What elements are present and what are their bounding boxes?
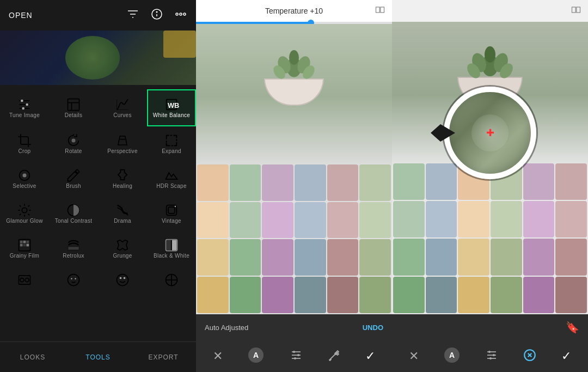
tool-perspective-label: Perspective (107, 148, 138, 155)
svg-rect-21 (167, 136, 177, 146)
svg-rect-40 (27, 241, 29, 243)
svg-text:A: A (449, 351, 455, 359)
svg-rect-12 (68, 99, 79, 111)
tool-crop[interactable]: Crop (0, 126, 49, 161)
right-colorful-tiles (392, 162, 588, 314)
svg-point-73 (297, 354, 299, 356)
tool-black-white[interactable]: Black & White (147, 231, 196, 266)
svg-point-90 (489, 357, 492, 359)
svg-point-50 (68, 275, 79, 286)
tool-face[interactable] (49, 266, 98, 294)
tool-expand[interactable]: Expand (147, 126, 196, 161)
tool-tonal-contrast-label: Tonal Contrast (55, 218, 93, 224)
check-button-right[interactable]: ✓ (561, 349, 571, 363)
tool-brush[interactable]: Brush (49, 161, 98, 196)
filter-icon[interactable] (126, 8, 139, 23)
compare-icon-center[interactable] (375, 4, 385, 17)
tool-row-3: Selective Brush Healing HDR Scape (0, 161, 196, 196)
undo-button[interactable]: UNDO (363, 324, 383, 332)
magnifier: ✚ (444, 87, 536, 179)
tool-vintage-label: Vintage (162, 218, 181, 224)
tool-grunge-label: Grunge (113, 253, 132, 259)
svg-point-49 (25, 278, 29, 282)
tool-circle[interactable] (147, 266, 196, 294)
close-button-right[interactable]: ✕ (409, 349, 419, 363)
svg-point-52 (75, 278, 76, 279)
header-icons (126, 8, 187, 23)
tool-row-2: Crop Rotate Perspective (0, 126, 196, 161)
auto-icon[interactable]: A (247, 346, 265, 366)
tool-grainy-film-label: Grainy Film (10, 253, 39, 259)
svg-point-3 (176, 13, 178, 15)
tune-icon[interactable] (290, 349, 303, 364)
svg-point-19 (72, 139, 76, 143)
center-image (196, 24, 392, 314)
eyedropper-icon[interactable] (328, 349, 341, 364)
cancel-circle-icon[interactable] (523, 348, 537, 364)
info-icon[interactable] (150, 8, 163, 23)
tool-film[interactable] (0, 266, 49, 294)
tool-retrolux[interactable]: Retrolux (49, 231, 98, 266)
tool-details[interactable]: Details (49, 89, 98, 126)
svg-point-23 (23, 174, 27, 178)
nav-export[interactable]: EXPORT (131, 353, 196, 361)
check-button-center[interactable]: ✓ (365, 349, 375, 363)
nav-tools[interactable]: TOOLS (65, 353, 131, 361)
tool-glamour-glow-label: Glamour Glow (6, 218, 43, 224)
auto-adjusted-label: Auto Adjusted (205, 324, 363, 332)
center-panel: Temperature +10 (196, 0, 392, 372)
tool-grainy-film[interactable]: Grainy Film (0, 231, 49, 266)
tool-vintage[interactable]: Vintage (147, 196, 196, 231)
svg-point-55 (124, 277, 126, 279)
tool-tune-image[interactable]: Tune Image (0, 89, 49, 126)
bottom-nav: LOOKS TOOLS EXPORT (0, 341, 196, 372)
tune-icon-right[interactable] (485, 349, 498, 364)
magnifier-circle: ✚ (444, 87, 536, 179)
tool-healing-label: Healing (113, 183, 132, 190)
svg-rect-43 (27, 244, 29, 247)
tool-white-balance[interactable]: WB White Balance (147, 89, 196, 126)
tool-selective[interactable]: Selective (0, 161, 49, 196)
nav-export-label: EXPORT (148, 353, 178, 361)
svg-point-4 (180, 13, 182, 15)
compare-icon-right[interactable] (571, 4, 581, 17)
svg-point-51 (71, 278, 72, 279)
nav-looks[interactable]: LOOKS (0, 353, 65, 361)
tool-rotate[interactable]: Rotate (49, 126, 98, 161)
left-header: OPEN (0, 0, 196, 31)
bookmark-icon[interactable]: 🔖 (566, 321, 579, 334)
tool-row-1: Tune Image Details Curves (0, 89, 196, 126)
tool-curves[interactable]: Curves (98, 89, 147, 126)
tool-retrolux-label: Retrolux (63, 253, 84, 259)
tool-selective-label: Selective (13, 183, 36, 190)
svg-rect-75 (572, 7, 576, 13)
center-toolbar: ✕ A ✓ (196, 340, 392, 372)
svg-rect-59 (376, 7, 380, 13)
svg-point-66 (289, 50, 299, 65)
tool-perspective[interactable]: Perspective (98, 126, 147, 161)
tool-grunge[interactable]: Grunge (98, 231, 147, 266)
tool-row-5: Grainy Film Retrolux Grunge (0, 231, 196, 266)
close-button-center[interactable]: ✕ (213, 349, 223, 363)
more-icon[interactable] (174, 8, 187, 23)
svg-point-36 (175, 206, 176, 207)
svg-line-28 (28, 214, 29, 215)
tool-tune-image-label: Tune Image (9, 112, 40, 119)
tool-glamour-glow[interactable]: Glamour Glow (0, 196, 49, 231)
tool-hdr-scape[interactable]: HDR Scape (147, 161, 196, 196)
svg-point-24 (22, 208, 27, 212)
tool-drama[interactable]: Drama (98, 196, 147, 231)
auto-icon-right[interactable]: A (443, 346, 461, 366)
tool-white-balance-label: White Balance (153, 112, 190, 119)
nav-tools-label: TOOLS (85, 353, 110, 361)
tool-row-4: Glamour Glow Tonal Contrast Drama (0, 196, 196, 231)
tool-rotate-label: Rotate (65, 148, 82, 155)
tool-hdr-scape-label: HDR Scape (156, 183, 187, 190)
svg-rect-39 (23, 241, 26, 243)
tool-tonal-contrast[interactable]: Tonal Contrast (49, 196, 98, 231)
tool-healing[interactable]: Healing (98, 161, 147, 196)
tool-row-6 (0, 266, 196, 294)
tool-emotion[interactable] (98, 266, 147, 294)
tool-drama-label: Drama (114, 218, 131, 224)
svg-rect-76 (577, 7, 580, 13)
